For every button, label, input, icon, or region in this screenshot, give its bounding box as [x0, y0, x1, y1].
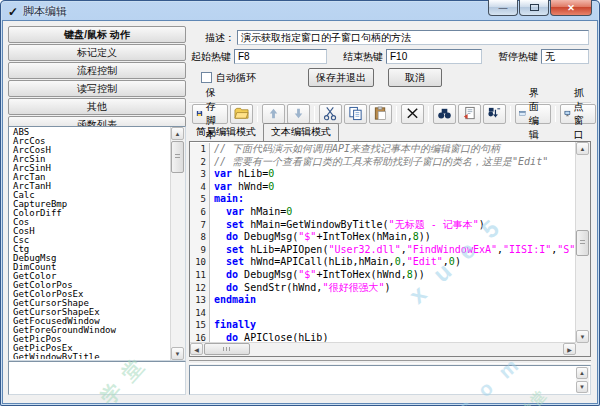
scroll-down-icon[interactable]: ▼ [171, 347, 184, 360]
line-number: 2 [190, 156, 206, 169]
start-hotkey-input[interactable]: F8 [234, 49, 327, 64]
autoloop-checkbox[interactable] [201, 72, 212, 83]
thumb-grip [175, 154, 180, 160]
options-row: 自动循环 保存并退出 取消 [189, 68, 589, 87]
minimize-icon: — [499, 3, 508, 13]
toolbar: 保存脚本 [189, 102, 591, 124]
window-frame-icon [519, 106, 526, 121]
cancel-button[interactable]: 取消 [388, 68, 442, 87]
tab-text-edit-mode[interactable]: 文本编辑模式 [263, 123, 339, 141]
scroll-up-icon[interactable]: ▲ [576, 142, 589, 155]
delete-button[interactable] [401, 104, 424, 124]
move-up-button[interactable] [262, 104, 285, 124]
line-number: 3 [190, 168, 206, 181]
code-line: // 需要有一个查看窗口类的工具来帮助找到子窗口的类名，这里是"Edit" [214, 156, 575, 169]
function-list-item[interactable]: Cos [13, 218, 170, 227]
dialog-client-area: 键盘/鼠标 动作标记定义流程控制读写控制其他函数列表 ABSArcCosArcC… [3, 21, 597, 403]
binoculars-icon [437, 106, 452, 121]
folder-open-icon [234, 106, 249, 121]
save-script-button[interactable]: 保存脚本 [192, 104, 228, 124]
window-frame: ✓ 脚本编辑 — ✕ 键盘/鼠标 动作标记定义流程控制读写控制其他函数列表 AB… [0, 0, 600, 406]
line-number: 5 [190, 193, 206, 206]
function-description-box [8, 361, 186, 395]
close-button[interactable]: ✕ [550, 0, 592, 16]
category-button[interactable]: 其他 [8, 98, 186, 115]
category-button[interactable]: 标记定义 [8, 44, 186, 61]
output-scrollbar[interactable]: ▲ ▼ [576, 367, 589, 393]
move-down-button[interactable] [287, 104, 310, 124]
find-button[interactable] [433, 104, 456, 124]
scroll-down-icon[interactable]: ▼ [576, 330, 589, 343]
line-number: 1 [190, 143, 206, 156]
description-label: 描述： [205, 31, 235, 45]
toolbar-separator [555, 106, 556, 122]
function-list-item[interactable]: ArcTanH [13, 182, 170, 191]
code-line: do DebugMsg("$"+IntToHex(hMain,8)) [214, 231, 575, 244]
scroll-up-icon[interactable]: ▲ [171, 127, 184, 140]
scroll-right-icon[interactable]: ▶ [563, 343, 576, 355]
line-number: 8 [190, 231, 206, 244]
code-line: do APIClose(hLib) [214, 332, 575, 342]
ui-edit-button[interactable]: 界面编辑 [515, 104, 551, 124]
line-number: 6 [190, 206, 206, 219]
function-list-item[interactable]: GetWindowByTitle [13, 353, 170, 359]
scroll-up-icon[interactable]: ▲ [576, 367, 588, 379]
open-script-button[interactable] [230, 104, 253, 124]
scrollbar-thumb[interactable] [576, 230, 589, 256]
minimize-button[interactable]: — [488, 0, 518, 16]
line-number: 12 [190, 282, 206, 295]
editor-horizontal-scrollbar[interactable]: ◀ ▶ [190, 342, 576, 356]
editor-tabs: 简易编辑模式 文本编辑模式 [189, 125, 339, 141]
grab-window-button[interactable]: 抓点窗口 [560, 104, 596, 124]
toolbar-separator [314, 106, 315, 122]
window-controls: — ✕ [487, 0, 592, 16]
panel-divider [189, 360, 591, 364]
thumb-grip [580, 240, 585, 246]
code-line: finally [214, 319, 575, 332]
copy-button[interactable] [344, 104, 367, 124]
end-hotkey-input[interactable]: F10 [386, 49, 482, 64]
tab-simple-edit-mode[interactable]: 简易编辑模式 [189, 124, 263, 141]
line-number: 13 [190, 294, 206, 307]
category-button[interactable]: 读写控制 [8, 80, 186, 97]
category-button[interactable]: 键盘/鼠标 动作 [8, 26, 186, 43]
code-lines[interactable]: // 下面代码演示如何调用API来查找记事本中的编辑窗口的句柄// 需要有一个查… [212, 143, 575, 342]
function-list-item[interactable]: ColorDiff [13, 209, 170, 218]
description-row: 描述： 演示获取指定窗口的子窗口句柄的方法 [189, 30, 589, 45]
scroll-left-icon[interactable]: ◀ [190, 343, 203, 355]
pause-hotkey-input[interactable]: 无 [541, 49, 589, 64]
line-number: 14 [190, 307, 206, 320]
scroll-down-icon[interactable]: ▼ [576, 381, 588, 393]
find-next-icon [487, 106, 502, 121]
editor-vertical-scrollbar[interactable]: ▲ ▼ [575, 142, 590, 343]
function-listbox[interactable]: ABSArcCosArcCosHArcSinArcSinHArcTanArcTa… [8, 126, 186, 361]
find-next-button[interactable] [483, 104, 506, 124]
description-input[interactable]: 演示获取指定窗口的子窗口句柄的方法 [237, 30, 589, 45]
line-number: 11 [190, 269, 206, 282]
category-button[interactable]: 流程控制 [8, 62, 186, 79]
find-in-page-button[interactable] [458, 104, 481, 124]
function-list-item[interactable]: Csc [13, 236, 170, 245]
end-hotkey-label: 结束热键 [343, 50, 383, 64]
scrollbar-thumb[interactable] [171, 141, 184, 173]
copy-icon [348, 106, 363, 121]
scissors-icon [323, 106, 338, 121]
code-editor[interactable]: 123456789101112131415161718 // 下面代码演示如何调… [189, 141, 591, 357]
scrollbar-thumb[interactable] [204, 343, 250, 355]
toolbar-separator [396, 106, 397, 122]
check-icon: ✓ [8, 6, 18, 18]
maximize-button[interactable] [519, 0, 549, 16]
code-line [214, 307, 575, 320]
hotkey-row: 起始热键 F8 结束热键 F10 暂停热键 无 [189, 49, 589, 64]
toolbar-separator [428, 106, 429, 122]
cut-button[interactable] [319, 104, 342, 124]
function-list-item[interactable]: CosH [13, 227, 170, 236]
paste-button[interactable] [369, 104, 392, 124]
code-line: var hMain=0 [214, 206, 575, 219]
save-exit-button[interactable]: 保存并退出 [308, 68, 374, 87]
function-list-scrollbar[interactable]: ▲ ▼ [170, 127, 185, 360]
line-number: 4 [190, 181, 206, 194]
start-hotkey-label: 起始热键 [191, 50, 231, 64]
toolbar-separator [257, 106, 258, 122]
code-line: endmain [214, 294, 575, 307]
